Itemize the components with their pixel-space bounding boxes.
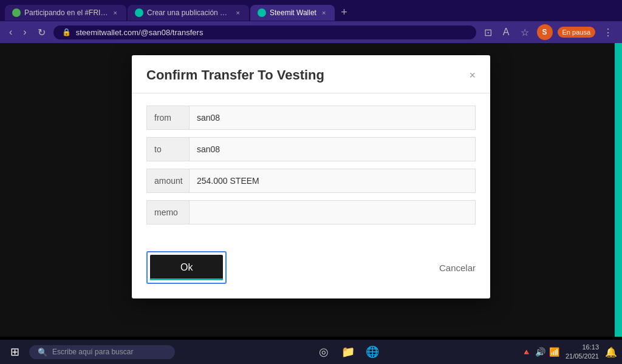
tab-3[interactable]: Steemit Wallet × bbox=[250, 5, 335, 21]
arrow-up-icon[interactable]: 🔺 bbox=[521, 347, 531, 357]
taskbar-icons: ◎ 📁 🌐 bbox=[180, 343, 516, 360]
tab-1-label: Participando en el #FRIDAYUP de bbox=[24, 8, 108, 17]
translate-icon[interactable]: A bbox=[500, 25, 513, 39]
nav-right: ⊡ A ☆ S En pausa ⋮ bbox=[481, 24, 616, 40]
tab-2-close[interactable]: × bbox=[234, 8, 242, 17]
memo-value bbox=[189, 200, 476, 224]
network-icon[interactable]: 📶 bbox=[549, 347, 559, 357]
forward-button[interactable]: › bbox=[20, 25, 29, 39]
menu-icon[interactable]: ⋮ bbox=[600, 25, 616, 40]
cancel-button[interactable]: Cancelar bbox=[439, 263, 476, 273]
search-placeholder: Escribe aquí para buscar bbox=[52, 348, 133, 356]
tab-bar: Participando en el #FRIDAYUP de × Crear … bbox=[0, 0, 622, 21]
dialog-body: from san08 to san08 amount 254.000 STEEM… bbox=[132, 93, 490, 244]
tab-3-favicon bbox=[258, 8, 266, 17]
amount-value: 254.000 STEEM bbox=[189, 169, 476, 193]
profile-button[interactable]: S bbox=[537, 24, 553, 40]
pause-button[interactable]: En pausa bbox=[558, 27, 595, 38]
tab-2-label: Crear una publicación — Steemit bbox=[147, 8, 231, 17]
teal-sidebar-strip bbox=[615, 43, 622, 337]
tab-3-close[interactable]: × bbox=[320, 8, 327, 17]
from-value: san08 bbox=[189, 106, 476, 130]
ok-button-wrapper: Ok bbox=[146, 251, 227, 284]
cast-icon[interactable]: ⊡ bbox=[481, 25, 495, 40]
confirm-transfer-dialog: Confirm Transfer To Vesting × from san08… bbox=[132, 55, 490, 298]
time-display: 16:13 bbox=[566, 343, 599, 352]
url-text: steemitwallet.com/@san08/transfers bbox=[76, 28, 203, 37]
to-field-row: to san08 bbox=[146, 137, 476, 161]
dialog-header: Confirm Transfer To Vesting × bbox=[132, 55, 490, 93]
chrome-icon[interactable]: 🌐 bbox=[364, 343, 381, 360]
to-label: to bbox=[146, 137, 189, 161]
page-content: Confirm Transfer To Vesting × from san08… bbox=[0, 43, 622, 337]
tab-3-label: Steemit Wallet bbox=[270, 8, 316, 17]
ok-button[interactable]: Ok bbox=[150, 255, 223, 280]
tab-2-favicon bbox=[135, 8, 143, 17]
dialog-title: Confirm Transfer To Vesting bbox=[146, 67, 324, 83]
search-bar[interactable]: 🔍 Escribe aquí para buscar bbox=[29, 345, 175, 359]
file-explorer-icon[interactable]: 📁 bbox=[340, 343, 357, 360]
system-icons: 🔺 🔊 📶 bbox=[521, 347, 559, 357]
address-bar[interactable]: 🔒 steemitwallet.com/@san08/transfers bbox=[53, 25, 476, 39]
back-button[interactable]: ‹ bbox=[6, 25, 15, 39]
to-value: san08 bbox=[189, 137, 476, 161]
cortana-icon[interactable]: ◎ bbox=[315, 343, 332, 360]
start-button[interactable]: ⊞ bbox=[5, 342, 24, 362]
star-icon[interactable]: ☆ bbox=[518, 25, 532, 40]
dialog-close-button[interactable]: × bbox=[469, 70, 476, 81]
memo-field-row: memo bbox=[146, 200, 476, 224]
clock: 16:13 21/05/2021 bbox=[566, 343, 599, 362]
amount-label: amount bbox=[146, 169, 189, 193]
browser-chrome: Participando en el #FRIDAYUP de × Crear … bbox=[0, 0, 622, 43]
taskbar: ⊞ 🔍 Escribe aquí para buscar ◎ 📁 🌐 🔺 🔊 📶… bbox=[0, 340, 622, 364]
notification-button[interactable]: 🔔 bbox=[605, 346, 617, 358]
search-icon: 🔍 bbox=[38, 348, 47, 357]
tab-1-close[interactable]: × bbox=[112, 8, 119, 17]
nav-bar: ‹ › ↻ 🔒 steemitwallet.com/@san08/transfe… bbox=[0, 21, 622, 43]
date-display: 21/05/2021 bbox=[566, 352, 599, 361]
volume-icon[interactable]: 🔊 bbox=[535, 347, 545, 357]
from-field-row: from san08 bbox=[146, 106, 476, 130]
tab-2[interactable]: Crear una publicación — Steemit × bbox=[128, 5, 249, 21]
memo-label: memo bbox=[146, 200, 189, 224]
new-tab-button[interactable]: + bbox=[336, 4, 352, 21]
taskbar-right: 🔺 🔊 📶 16:13 21/05/2021 🔔 bbox=[521, 343, 617, 362]
refresh-button[interactable]: ↻ bbox=[35, 25, 49, 40]
lock-icon: 🔒 bbox=[62, 28, 71, 36]
dialog-footer: Ok Cancelar bbox=[132, 244, 490, 298]
from-label: from bbox=[146, 106, 189, 130]
amount-field-row: amount 254.000 STEEM bbox=[146, 169, 476, 193]
tab-1-favicon bbox=[12, 8, 21, 17]
tab-1[interactable]: Participando en el #FRIDAYUP de × bbox=[5, 5, 126, 21]
